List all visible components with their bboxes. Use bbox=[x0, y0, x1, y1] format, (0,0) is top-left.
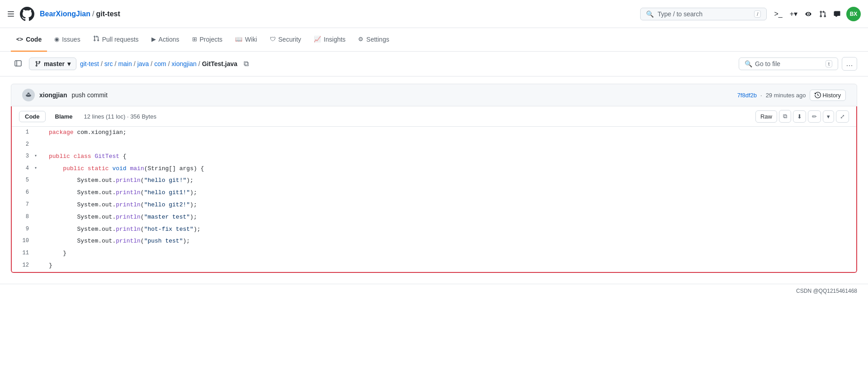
repo-tabs: <> Code ◉ Issues Pull requests ▶ Actions… bbox=[0, 28, 868, 52]
line-number[interactable]: 11 bbox=[12, 248, 34, 259]
blame-tab-button[interactable]: Blame bbox=[49, 111, 79, 122]
copy-raw-button[interactable]: ⧉ bbox=[779, 110, 791, 123]
breadcrumb-sep-5: / bbox=[168, 60, 170, 67]
line-code: System.out.println("push test"); bbox=[42, 235, 856, 248]
tab-issues[interactable]: ◉ Issues bbox=[49, 28, 85, 52]
line-number[interactable]: 5 bbox=[12, 175, 34, 186]
line-number[interactable]: 1 bbox=[12, 127, 34, 138]
line-number[interactable]: 10 bbox=[12, 235, 34, 247]
page-footer: CSDN @QQ1215461468 bbox=[0, 284, 868, 298]
table-row: 1package com.xiongjian; bbox=[12, 127, 856, 139]
breadcrumb-sep-6: / bbox=[198, 60, 200, 67]
terminal-button[interactable]: >_ bbox=[772, 8, 784, 20]
tab-code[interactable]: <> Code bbox=[11, 28, 47, 52]
line-collapse-icon bbox=[34, 139, 42, 141]
line-collapse-icon bbox=[34, 187, 42, 189]
line-number[interactable]: 12 bbox=[12, 260, 34, 271]
line-code: System.out.println("hot-fix test"); bbox=[42, 224, 856, 236]
commit-time: 29 minutes ago bbox=[766, 92, 806, 99]
tab-insights[interactable]: 📈 Insights bbox=[308, 28, 351, 52]
projects-tab-icon: ⊞ bbox=[192, 36, 197, 43]
raw-button[interactable]: Raw bbox=[755, 110, 777, 123]
line-collapse-icon bbox=[34, 175, 42, 176]
edit-button[interactable]: ✏ bbox=[808, 110, 821, 123]
panel-toggle-button[interactable] bbox=[11, 57, 25, 71]
issues-tab-icon: ◉ bbox=[54, 36, 59, 43]
tab-security[interactable]: 🛡 Security bbox=[264, 28, 307, 52]
line-collapse-icon bbox=[34, 127, 42, 129]
line-number[interactable]: 7 bbox=[12, 199, 34, 210]
code-viewer: Code Blame 12 lines (11 loc) · 356 Bytes… bbox=[11, 106, 857, 273]
line-number[interactable]: 2 bbox=[12, 139, 34, 150]
tab-projects[interactable]: ⊞ Projects bbox=[187, 28, 228, 52]
search-box[interactable]: 🔍 Type / to search / bbox=[640, 8, 767, 20]
commit-message: push commit bbox=[71, 91, 107, 99]
tab-wiki[interactable]: 📖 Wiki bbox=[230, 28, 262, 52]
code-content: 1package com.xiongjian;23▾public class G… bbox=[12, 127, 856, 272]
search-placeholder-text: Type / to search bbox=[657, 10, 703, 18]
commit-author-name[interactable]: xiongjian bbox=[39, 91, 67, 99]
table-row: 5 System.out.println("hello git!"); bbox=[12, 175, 856, 187]
breadcrumb-java-link[interactable]: java bbox=[137, 60, 149, 67]
search-icon: 🔍 bbox=[745, 60, 752, 67]
line-collapse-icon[interactable]: ▾ bbox=[34, 163, 42, 172]
tab-pull-requests-label: Pull requests bbox=[102, 36, 139, 43]
branch-name: master bbox=[44, 60, 65, 67]
pullrequest-button[interactable] bbox=[817, 9, 828, 19]
tab-settings[interactable]: ⚙ Settings bbox=[353, 28, 395, 52]
line-number[interactable]: 8 bbox=[12, 211, 34, 223]
line-code: System.out.println("master test"); bbox=[42, 211, 856, 224]
file-path-bar: master ▾ git-test / src / main / java / … bbox=[0, 52, 868, 76]
line-number[interactable]: 3 bbox=[12, 151, 34, 162]
terminal-icon: >_ bbox=[774, 10, 782, 18]
footer-text: CSDN @QQ1215461468 bbox=[796, 288, 857, 294]
plus-icon: + bbox=[790, 10, 794, 18]
edit-dropdown-button[interactable]: ▾ bbox=[823, 110, 834, 123]
avatar[interactable]: BX bbox=[846, 7, 861, 21]
wiki-tab-icon: 📖 bbox=[235, 36, 242, 43]
watch-button[interactable] bbox=[803, 9, 814, 19]
copy-path-button[interactable]: ⧉ bbox=[241, 59, 251, 69]
breadcrumb-src-link[interactable]: src bbox=[104, 60, 113, 67]
code-tab-button[interactable]: Code bbox=[19, 111, 46, 122]
line-number[interactable]: 4 bbox=[12, 163, 34, 174]
breadcrumb-com-link[interactable]: com bbox=[154, 60, 166, 67]
repo-owner-link[interactable]: BearXiongJian bbox=[40, 10, 90, 18]
security-tab-icon: 🛡 bbox=[270, 36, 276, 43]
breadcrumb-sep-2: / bbox=[115, 60, 117, 67]
tab-insights-label: Insights bbox=[324, 36, 345, 43]
history-button[interactable]: History bbox=[810, 90, 846, 101]
line-collapse-icon bbox=[34, 224, 42, 225]
file-breadcrumb: git-test / src / main / java / com / xio… bbox=[80, 60, 237, 67]
breadcrumb-repo-link[interactable]: git-test bbox=[80, 60, 99, 67]
tab-wiki-label: Wiki bbox=[245, 36, 257, 43]
line-code: public class GitTest { bbox=[42, 151, 856, 163]
inbox-button[interactable] bbox=[832, 9, 843, 19]
breadcrumb-main-link[interactable]: main bbox=[118, 60, 132, 67]
tab-actions[interactable]: ▶ Actions bbox=[146, 28, 185, 52]
table-row: 7 System.out.println("hello git2!"); bbox=[12, 199, 856, 211]
hamburger-menu-button[interactable] bbox=[7, 10, 14, 18]
code-actions: Raw ⧉ ⬇ ✏ ▾ ⤢ bbox=[755, 110, 849, 123]
tab-pull-requests[interactable]: Pull requests bbox=[88, 28, 144, 52]
breadcrumb-sep-1: / bbox=[101, 60, 103, 67]
branch-selector-button[interactable]: master ▾ bbox=[29, 57, 76, 70]
go-to-file-button[interactable]: 🔍 Go to file t bbox=[739, 57, 838, 70]
line-collapse-icon[interactable]: ▾ bbox=[34, 151, 42, 160]
line-code: } bbox=[42, 248, 856, 260]
table-row: 11 } bbox=[12, 248, 856, 260]
github-logo-icon bbox=[20, 7, 34, 21]
table-row: 10 System.out.println("push test"); bbox=[12, 235, 856, 248]
line-number[interactable]: 6 bbox=[12, 187, 34, 198]
expand-button[interactable]: ⤢ bbox=[836, 110, 849, 123]
line-number[interactable]: 9 bbox=[12, 224, 34, 235]
commit-hash-link[interactable]: 7f8df2b bbox=[737, 92, 757, 99]
line-code: } bbox=[42, 260, 856, 272]
more-options-button[interactable]: … bbox=[842, 57, 857, 71]
download-button[interactable]: ⬇ bbox=[793, 110, 806, 123]
table-row: 9 System.out.println("hot-fix test"); bbox=[12, 224, 856, 236]
breadcrumb-xiongjian-link[interactable]: xiongjian bbox=[172, 60, 197, 67]
breadcrumb-sep-4: / bbox=[151, 60, 152, 67]
create-new-button[interactable]: + ▾ bbox=[788, 8, 799, 20]
code-toolbar: Code Blame 12 lines (11 loc) · 356 Bytes… bbox=[12, 106, 856, 127]
